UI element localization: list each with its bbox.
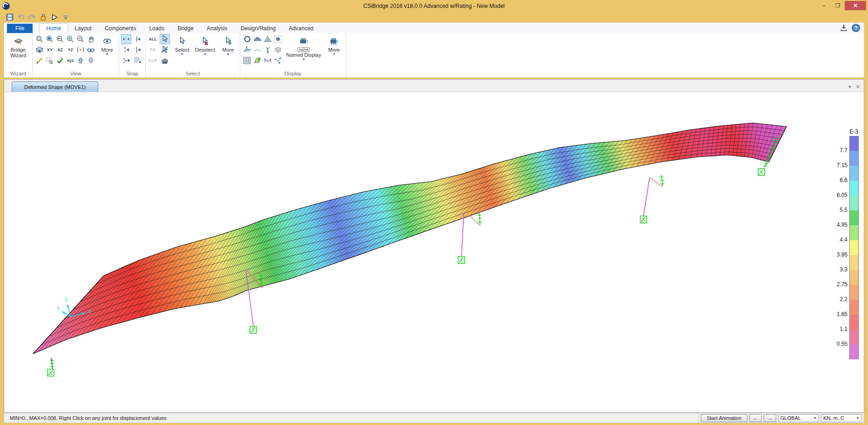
chevron-down-icon: ▼ bbox=[813, 416, 817, 420]
lanes-icon[interactable] bbox=[252, 45, 263, 55]
zoom-out-icon[interactable] bbox=[75, 34, 86, 44]
tripod-camera-icon bbox=[330, 35, 338, 47]
joint-pattern-icon[interactable] bbox=[273, 55, 283, 66]
group-label-select: Select bbox=[148, 71, 238, 77]
zoom-in-icon[interactable] bbox=[65, 34, 75, 44]
snap-point-icon[interactable] bbox=[121, 34, 131, 44]
up-icon[interactable] bbox=[75, 55, 86, 66]
display-more-button[interactable]: More ▼ bbox=[324, 34, 344, 71]
ribbon-tabs: File Home Layout Components Loads Bridge… bbox=[4, 23, 864, 33]
cable-sag-icon[interactable] bbox=[263, 55, 273, 66]
chevron-down-icon: ▼ bbox=[180, 53, 184, 56]
bridge-wizard-button[interactable]: Bridge Wizard bbox=[6, 34, 30, 71]
start-animation-button[interactable]: Start Animation bbox=[701, 414, 747, 422]
select-area-icon[interactable] bbox=[45, 55, 55, 66]
view-more-button[interactable]: More ▼ bbox=[97, 34, 117, 71]
download-icon[interactable] bbox=[840, 24, 848, 32]
cube-icon[interactable] bbox=[273, 45, 283, 55]
legend-value: 2.75 bbox=[827, 281, 848, 288]
view-yz-button[interactable]: YZ bbox=[65, 45, 75, 55]
close-view-icon[interactable]: ✕ bbox=[856, 84, 860, 90]
redo-icon[interactable] bbox=[28, 13, 36, 21]
lock-icon[interactable] bbox=[39, 13, 47, 21]
bridge-icon[interactable] bbox=[252, 34, 263, 44]
circle-icon[interactable] bbox=[242, 34, 252, 44]
tab-file[interactable]: File bbox=[7, 24, 33, 33]
svg-text:X: X bbox=[88, 309, 92, 314]
maximize-button[interactable]: ❒ bbox=[831, 1, 845, 10]
next-step-button[interactable]: → bbox=[764, 414, 776, 422]
legend-segment bbox=[849, 151, 859, 166]
pan-icon[interactable] bbox=[86, 34, 96, 44]
perspective-glasses-icon[interactable] bbox=[86, 45, 96, 55]
view-tab-deformed-shape[interactable]: Deformed Shape (MOVE1) bbox=[12, 81, 98, 92]
down-icon[interactable] bbox=[86, 55, 96, 66]
coord-system-select[interactable]: GLOBAL ▼ bbox=[778, 414, 819, 422]
prev-step-button[interactable]: ← bbox=[749, 414, 762, 422]
tab-design-rating[interactable]: Design/Rating bbox=[234, 24, 282, 33]
snap-line-icon[interactable] bbox=[121, 45, 131, 55]
run-analysis-icon[interactable] bbox=[50, 13, 59, 21]
legend-segment bbox=[849, 136, 859, 151]
select-button[interactable]: Select ▼ bbox=[172, 34, 192, 71]
legend-segment bbox=[849, 240, 859, 255]
ribbon-content: Bridge Wizard Wizard 3D XY XZ YZ bbox=[4, 33, 864, 77]
legend-segment bbox=[849, 181, 859, 196]
axis-plane-icon[interactable] bbox=[242, 45, 252, 55]
units-select[interactable]: KN, m, C ▼ bbox=[821, 414, 862, 422]
deselect-button[interactable]: Deselect ▼ bbox=[193, 34, 217, 71]
view-3d-icon[interactable]: 3D bbox=[34, 45, 45, 55]
group-label-display: Display bbox=[242, 71, 344, 77]
tab-bridge[interactable]: Bridge bbox=[171, 24, 200, 33]
select-all-button[interactable]: ALL bbox=[148, 34, 158, 44]
tables-icon[interactable] bbox=[242, 55, 252, 66]
undo-icon[interactable] bbox=[17, 13, 25, 21]
tab-components[interactable]: Components bbox=[98, 24, 142, 33]
rotate-view-icon[interactable] bbox=[75, 45, 86, 55]
minimize-button[interactable]: – bbox=[817, 1, 831, 10]
named-display-button[interactable]: name Named Display ▼ bbox=[285, 34, 323, 71]
check-icon[interactable] bbox=[55, 55, 65, 66]
zoom-rect-icon[interactable] bbox=[34, 34, 45, 44]
chevron-down-icon: ▼ bbox=[203, 53, 207, 56]
camera-pattern-icon[interactable] bbox=[273, 34, 283, 44]
zoom-previous-icon[interactable] bbox=[55, 34, 65, 44]
view-xy-button[interactable]: XY bbox=[45, 45, 55, 55]
draw-pencil-icon[interactable] bbox=[34, 55, 45, 66]
svg-text:Z: Z bbox=[65, 297, 68, 302]
snap-grid-icon[interactable] bbox=[132, 55, 142, 66]
legend-scale-label: E-3 bbox=[829, 128, 859, 136]
close-button[interactable]: ✕ bbox=[845, 1, 866, 10]
legend-value: 5.5 bbox=[827, 207, 848, 213]
snap-intersection-icon[interactable] bbox=[121, 55, 131, 66]
select-more-button[interactable]: More ▼ bbox=[218, 34, 238, 71]
tab-loads[interactable]: Loads bbox=[142, 24, 171, 33]
view-tab-dropdown-icon[interactable]: ▾ bbox=[848, 84, 851, 90]
antenna-icon[interactable] bbox=[263, 45, 273, 55]
pointer-icon[interactable] bbox=[160, 34, 170, 44]
tab-advanced[interactable]: Advanced bbox=[282, 24, 320, 33]
view-xz-button[interactable]: XZ bbox=[55, 45, 65, 55]
svg-text:3D: 3D bbox=[38, 50, 41, 53]
contour-colors-icon[interactable] bbox=[252, 55, 263, 66]
model-canvas[interactable]: ZYX E-3 7.77.156.66.055.54.954.43.853.32… bbox=[4, 92, 864, 412]
help-icon[interactable]: ? bbox=[852, 24, 860, 32]
tab-layout[interactable]: Layout bbox=[68, 24, 98, 33]
zoom-full-icon[interactable] bbox=[45, 34, 55, 44]
snap-end-icon[interactable] bbox=[132, 34, 142, 44]
snap-midpoint-icon[interactable] bbox=[132, 45, 142, 55]
tab-home[interactable]: Home bbox=[39, 23, 68, 33]
legend-value: 6.6 bbox=[827, 177, 848, 183]
select-clr-button[interactable]: CLR bbox=[148, 55, 158, 66]
customize-toolbar-icon[interactable] bbox=[61, 13, 70, 21]
poly-select-icon[interactable] bbox=[160, 55, 170, 66]
legend-segment bbox=[849, 196, 859, 210]
pointer-line-icon[interactable] bbox=[160, 45, 170, 55]
save-icon[interactable] bbox=[6, 13, 14, 21]
tab-analysis[interactable]: Analysis bbox=[200, 24, 234, 33]
deformed-shape-plot[interactable]: ZYX bbox=[4, 92, 864, 412]
select-ps-button[interactable]: PS bbox=[148, 45, 158, 55]
triangle-icon[interactable] bbox=[263, 34, 273, 44]
xyz-axes-button[interactable]: xyz bbox=[65, 55, 75, 66]
legend-segment bbox=[849, 344, 859, 359]
